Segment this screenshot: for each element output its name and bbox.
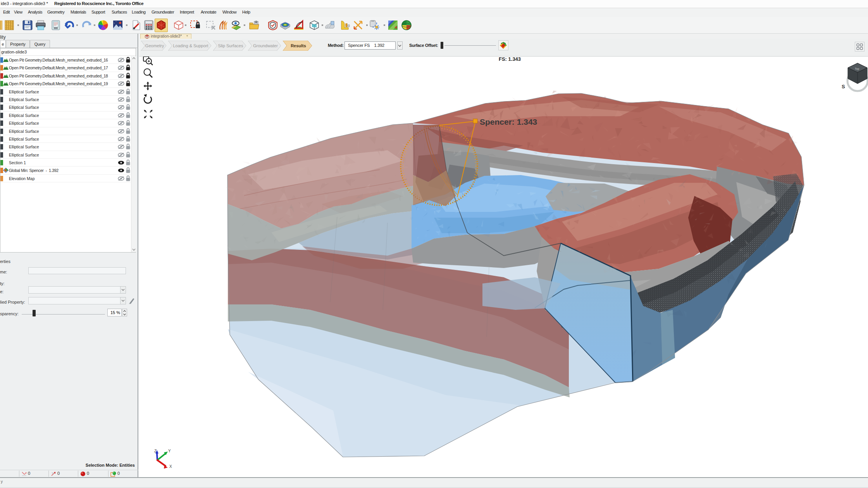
svg-text:Z: Z: [154, 449, 157, 453]
svg-text:Groundwater: Groundwater: [253, 43, 278, 48]
svg-text:Y: Y: [168, 449, 171, 453]
svg-text:Loading & Support: Loading & Support: [173, 43, 208, 48]
svg-text:Geometry: Geometry: [145, 43, 164, 48]
svg-text:Spencer: 1.343: Spencer: 1.343: [480, 117, 537, 126]
svg-text:X: X: [169, 464, 172, 469]
svg-text:S: S: [842, 84, 845, 89]
svg-text:Top: Top: [855, 67, 859, 70]
svg-text:Slip Surfaces: Slip Surfaces: [218, 43, 243, 48]
svg-text:Results: Results: [291, 43, 306, 48]
